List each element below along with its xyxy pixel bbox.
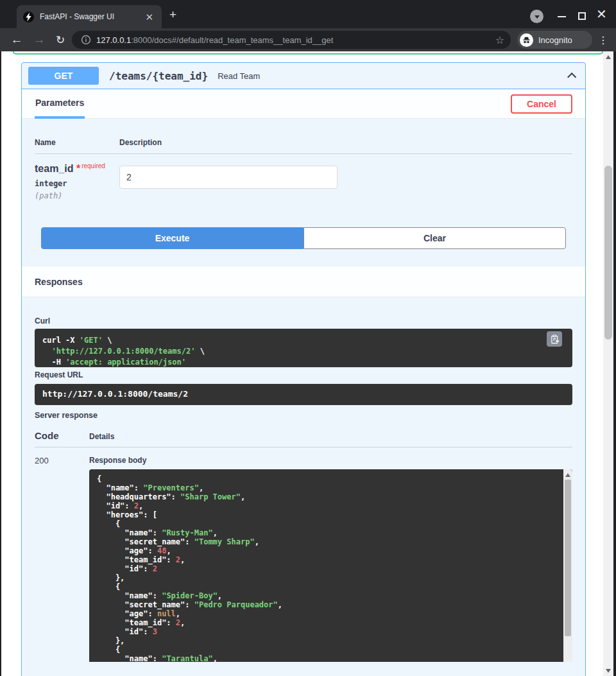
page-info-icon[interactable] <box>81 35 91 45</box>
request-url-label: Request URL <box>35 370 572 379</box>
page-scroll-up-icon[interactable] <box>606 55 611 59</box>
responses-title: Responses <box>35 277 83 287</box>
response-row: 200 Response body { "name": "Preventers"… <box>35 455 572 662</box>
chevron-up-icon[interactable] <box>567 73 576 82</box>
execute-row: Execute Clear <box>41 227 566 249</box>
swagger-page: GET /teams/{team_id} Read Team Parameter… <box>0 51 616 676</box>
parameter-row: team_id *required integer (path) <box>35 154 572 200</box>
incognito-spy-icon <box>520 33 533 47</box>
bookmark-star-icon[interactable]: ☆ <box>495 34 504 46</box>
parameters-section: Name Description team_id *required integ… <box>22 119 585 249</box>
browser-titlebar: FastAPI - Swagger UI ✕ + ✕ <box>0 0 616 28</box>
required-label: required <box>81 162 105 169</box>
responses-section-header: Responses <box>22 266 585 297</box>
tab-parameters[interactable]: Parameters <box>35 90 85 119</box>
window-maximize-button[interactable] <box>578 12 586 20</box>
incognito-badge: Incognito <box>517 31 592 49</box>
parameter-type: integer <box>35 179 119 188</box>
page-scroll-down-icon[interactable] <box>606 669 611 673</box>
browser-tab[interactable]: FastAPI - Swagger UI ✕ <box>17 5 162 28</box>
window-minimize-button[interactable] <box>558 16 566 17</box>
url-path: :8000/docs#/default/read_team_teams__tea… <box>131 35 333 45</box>
page-scrollbar[interactable] <box>603 51 613 676</box>
url-text: 127.0.0.1:8000/docs#/default/read_team_t… <box>96 35 490 45</box>
forward-button[interactable]: → <box>30 28 48 51</box>
request-url-value: http://127.0.0.1:8000/teams/2 <box>35 384 572 405</box>
execute-button[interactable]: Execute <box>41 227 304 249</box>
tab-close-icon[interactable]: ✕ <box>143 12 155 22</box>
curl-code-block: curl -X 'GET' \ 'http://127.0.0.1:8000/t… <box>35 329 572 367</box>
description-column-header: Description <box>119 138 162 147</box>
endpoint-summary: Read Team <box>218 71 260 81</box>
tab-title: FastAPI - Swagger UI <box>40 12 143 21</box>
response-json: { "name": "Preventers", "headquarters": … <box>97 474 557 662</box>
endpoint-path: /teams/{team_id} <box>109 70 208 82</box>
browser-menu-button[interactable]: ⋮ <box>594 28 612 51</box>
fastapi-favicon <box>23 12 34 22</box>
details-column-header: Details <box>89 432 114 441</box>
window-left-edge <box>0 51 1 676</box>
name-column-header: Name <box>35 138 119 147</box>
parameters-table-header: Name Description <box>35 138 572 154</box>
status-code: 200 <box>35 455 89 662</box>
curl-label: Curl <box>35 316 572 325</box>
get-opblock: GET /teams/{team_id} Read Team Parameter… <box>21 62 586 676</box>
address-bar[interactable]: 127.0.0.1:8000/docs#/default/read_team_t… <box>72 31 511 49</box>
code-details-header: Code Details <box>35 430 572 447</box>
copy-to-clipboard-button[interactable] <box>547 331 562 347</box>
team-id-input[interactable] <box>119 166 338 189</box>
clipboard-icon <box>550 334 560 344</box>
parameter-name: team_id <box>35 163 73 174</box>
page-scrollbar-thumb[interactable] <box>604 166 612 340</box>
http-method-badge: GET <box>28 67 99 85</box>
browser-toolbar: ← → ↻ 127.0.0.1:8000/docs#/default/read_… <box>0 28 616 51</box>
reload-button[interactable]: ↻ <box>51 28 69 51</box>
window-close-button[interactable]: ✕ <box>596 8 607 21</box>
response-body-scrollbar[interactable] <box>563 469 572 662</box>
response-details-cell: Response body { "name": "Preventers", "h… <box>89 455 572 662</box>
window-right-edge <box>613 51 616 676</box>
window-caret-button[interactable] <box>530 10 543 23</box>
opblock-summary[interactable]: GET /teams/{team_id} Read Team <box>22 63 585 89</box>
response-body-code-block: { "name": "Preventers", "headquarters": … <box>89 469 572 662</box>
parameters-tabbar: Parameters Cancel <box>22 89 585 119</box>
caret-down-icon <box>535 15 540 19</box>
parameter-location: (path) <box>35 191 119 200</box>
server-response-label: Server response <box>35 411 572 420</box>
cancel-button[interactable]: Cancel <box>511 94 572 114</box>
parameter-name-cell: team_id *required integer (path) <box>35 162 119 200</box>
code-column-header: Code <box>35 430 89 441</box>
previous-opblock-tail <box>13 51 603 55</box>
response-scrollbar-thumb[interactable] <box>565 480 571 636</box>
scroll-up-arrow-icon[interactable] <box>565 473 570 477</box>
required-asterisk: * <box>73 163 80 174</box>
url-host: 127.0.0.1 <box>96 35 131 45</box>
response-body-label: Response body <box>89 456 572 465</box>
incognito-label: Incognito <box>538 35 572 45</box>
responses-content: Curl curl -X 'GET' \ 'http://127.0.0.1:8… <box>22 316 585 662</box>
parameter-value-cell <box>119 162 572 200</box>
clear-button[interactable]: Clear <box>304 227 566 249</box>
new-tab-button[interactable]: + <box>169 8 176 21</box>
back-button[interactable]: ← <box>8 28 26 51</box>
